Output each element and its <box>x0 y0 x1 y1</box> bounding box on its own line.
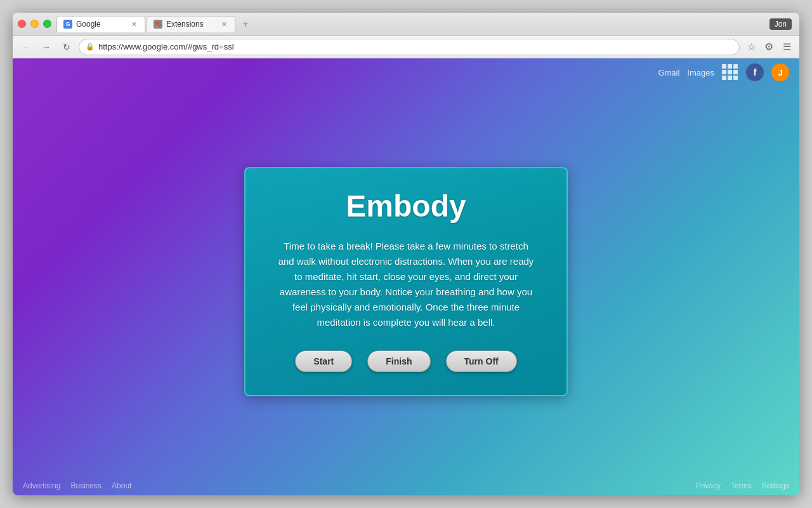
footer-links-right: Privacy Terms Settings <box>696 481 789 490</box>
embody-card: Embody Time to take a break! Please take… <box>244 167 568 396</box>
menu-icon[interactable]: ☰ <box>779 39 794 55</box>
secure-icon: 🔒 <box>86 43 95 51</box>
maximize-button[interactable] <box>43 20 51 28</box>
title-bar: G Google ✕ 🔖 Extensions ✕ + Jon <box>13 13 799 36</box>
apps-grid-icon[interactable] <box>722 64 738 81</box>
tab-extensions-close[interactable]: ✕ <box>220 20 228 29</box>
settings-link[interactable]: Settings <box>762 481 789 490</box>
terms-link[interactable]: Terms <box>731 481 752 490</box>
minimize-button[interactable] <box>30 20 39 28</box>
tab-extensions-label: Extensions <box>166 20 216 29</box>
tabs-area: G Google ✕ 🔖 Extensions ✕ + <box>51 16 769 32</box>
new-tab-button[interactable]: + <box>237 16 254 32</box>
tab-extensions[interactable]: 🔖 Extensions ✕ <box>147 16 235 32</box>
tab-google[interactable]: G Google ✕ <box>56 16 145 32</box>
back-button[interactable]: ← <box>18 39 34 55</box>
embody-buttons: Start Finish Turn Off <box>276 351 536 372</box>
google-header: Gmail Images f J <box>13 58 799 86</box>
center-area: Embody Time to take a break! Please take… <box>13 86 799 476</box>
ext-favicon: 🔖 <box>154 20 162 29</box>
vivaldi-icon[interactable]: ⚙ <box>761 39 776 55</box>
tab-google-label: Google <box>76 20 126 29</box>
address-bar[interactable]: 🔒 https://www.google.com/#gws_rd=ssl <box>79 39 740 55</box>
google-favicon: G <box>63 20 72 29</box>
embody-description: Time to take a break! Please take a few … <box>276 239 536 330</box>
reload-button[interactable]: ↻ <box>58 39 75 55</box>
grid-dot <box>722 70 726 74</box>
grid-dot <box>733 64 738 69</box>
browser-window: G Google ✕ 🔖 Extensions ✕ + Jon ← → ↻ 🔒 … <box>13 13 799 495</box>
nav-bar: ← → ↻ 🔒 https://www.google.com/#gws_rd=s… <box>13 36 799 58</box>
grid-dot <box>733 76 738 80</box>
finish-button[interactable]: Finish <box>367 351 430 372</box>
bookmark-icon[interactable]: ☆ <box>743 39 759 55</box>
grid-dot <box>722 64 726 69</box>
window-controls <box>18 20 51 28</box>
nav-icons-right: ☆ ⚙ ☰ <box>743 39 794 55</box>
page-content: Gmail Images f J Embody Time to take a b… <box>13 58 799 495</box>
gmail-link[interactable]: Gmail <box>658 68 679 77</box>
images-link[interactable]: Images <box>687 68 714 77</box>
advertising-link[interactable]: Advertising <box>23 481 60 490</box>
facebook-icon[interactable]: f <box>746 64 764 81</box>
start-button[interactable]: Start <box>295 351 352 372</box>
user-badge[interactable]: Jon <box>769 18 792 30</box>
turn-off-button[interactable]: Turn Off <box>446 351 517 372</box>
user-avatar[interactable]: J <box>771 64 789 81</box>
business-link[interactable]: Business <box>70 481 102 490</box>
grid-dot <box>733 70 738 74</box>
about-link[interactable]: About <box>112 481 131 490</box>
grid-dot <box>722 76 726 80</box>
grid-dot <box>728 64 732 69</box>
close-button[interactable] <box>18 20 26 28</box>
grid-dot <box>728 76 732 80</box>
privacy-link[interactable]: Privacy <box>696 481 721 490</box>
grid-dot <box>728 70 732 74</box>
address-text: https://www.google.com/#gws_rd=ssl <box>98 42 733 51</box>
page-footer: Advertising Business About Privacy Terms… <box>13 476 799 495</box>
tab-google-close[interactable]: ✕ <box>130 20 138 29</box>
forward-button[interactable]: → <box>38 39 55 55</box>
embody-title: Embody <box>276 189 536 224</box>
footer-links-left: Advertising Business About <box>23 481 131 490</box>
